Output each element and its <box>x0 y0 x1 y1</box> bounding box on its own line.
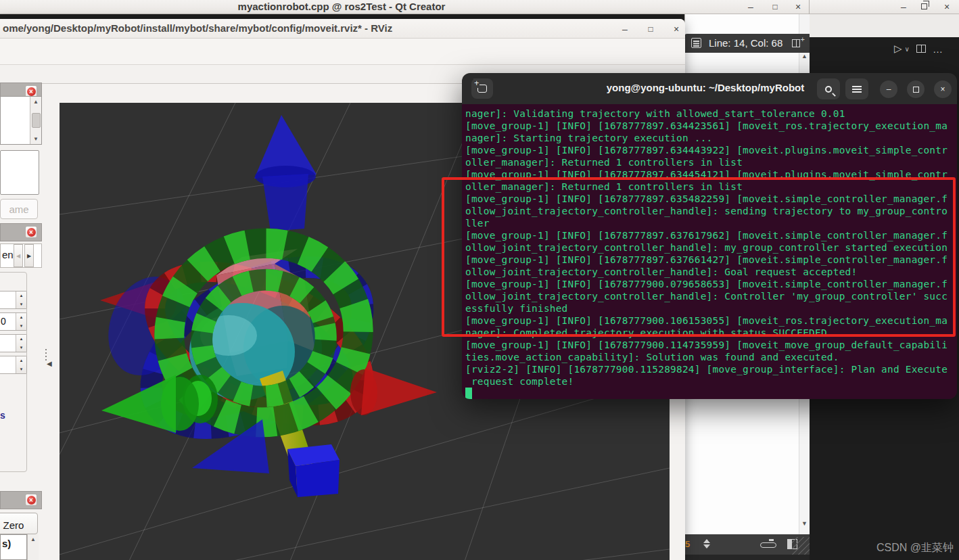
terminal-log-line: ller <box>465 217 957 229</box>
rename-button[interactable]: ame <box>0 199 38 219</box>
motion-planning-tabs[interactable]: ene ◀ ▶ <box>0 243 42 268</box>
maximize-icon[interactable]: □ <box>767 0 783 14</box>
tab-scroll-right[interactable]: ▶ <box>24 244 34 267</box>
search-button[interactable] <box>817 78 840 99</box>
close-icon[interactable]: × <box>939 0 955 14</box>
run-icon[interactable]: ▷ <box>894 43 902 55</box>
terminal-log-line: [move_group-1] [INFO] [1678777900.106153… <box>465 314 957 327</box>
close-icon: × <box>27 87 36 96</box>
scrollbar-up-icon[interactable]: ▲ <box>33 97 39 107</box>
tab-scroll-left[interactable]: ◀ <box>14 244 23 267</box>
window-seam <box>809 0 810 14</box>
spin-down-icon[interactable]: ▼ <box>20 367 24 371</box>
terminal-headerbar[interactable]: yong@yong-ubuntu: ~/Desktop/myRobot – × <box>462 73 957 104</box>
bottom-list[interactable]: s) <box>0 534 27 560</box>
scrollbar-thumb[interactable] <box>32 113 41 128</box>
terminal-log-line: ollow_joint_trajectory_controller_handle… <box>465 205 957 217</box>
spin-down-icon[interactable]: ▼ <box>20 324 24 328</box>
split-editor-icon[interactable] <box>916 45 926 53</box>
terminal-log-line: [move_group-1] [INFO] [1678777900.114735… <box>465 339 957 351</box>
marker-blue-arrow-top[interactable] <box>254 115 317 231</box>
slider-icon[interactable] <box>760 542 776 548</box>
terminal-log-line: ollow_joint_trajectory_controller_handle… <box>465 290 957 302</box>
spin-up-icon[interactable]: ▲ <box>20 294 24 298</box>
terminal-log-line: request complete! <box>465 375 957 388</box>
terminal-log-line: [rviz2-2] [INFO] [1678777900.115289824] … <box>465 363 957 375</box>
bottom-list-scrollbar[interactable]: ▲ <box>27 534 39 560</box>
close-icon: × <box>27 228 36 237</box>
terminal-maximize-button[interactable] <box>907 80 925 98</box>
desktop: ▷ ∨ … CSDN @韭菜钟 ▲ ▼ myactionrobot.cpp @ … <box>0 0 959 560</box>
search-icon <box>825 86 832 93</box>
spin-down-icon[interactable]: ▼ <box>20 302 24 306</box>
robot-base-cube <box>287 444 340 497</box>
editor-action-toolbar: ▷ ∨ … <box>894 41 956 57</box>
spin-down-icon[interactable]: ▼ <box>20 346 24 350</box>
sort-updown-icon[interactable] <box>703 539 710 549</box>
spinbox-2[interactable]: 0 ▲▼ <box>0 312 27 331</box>
editor-statusbar: 5 <box>684 534 810 555</box>
split-add-icon[interactable] <box>792 39 800 47</box>
spin-up-icon[interactable]: ▲ <box>20 358 24 363</box>
terminal-log-line: [move_group-1] [INFO] [1678777897.635482… <box>465 193 957 205</box>
spinbox-1[interactable]: ▲▼ <box>0 291 27 309</box>
more-actions-icon[interactable]: … <box>933 43 943 55</box>
terminal-title: yong@yong-ubuntu: ~/Desktop/myRobot <box>607 82 805 93</box>
minimize-icon[interactable]: – <box>617 22 633 36</box>
spinbox-4[interactable]: ▲▼ <box>0 356 27 374</box>
status-line-number: 5 <box>685 539 690 549</box>
resize-grip[interactable] <box>792 537 810 555</box>
spin-up-icon[interactable]: ▲ <box>20 337 24 341</box>
terminal-log-line: [move_group-1] [INFO] [1678777900.079658… <box>465 278 957 290</box>
rviz-titlebar[interactable]: ome/yong/Desktop/myRobot/install/mybot/s… <box>0 19 685 39</box>
terminal-close-button[interactable]: × <box>934 80 952 98</box>
spin-up-icon[interactable]: ▲ <box>20 315 24 319</box>
close-icon: × <box>940 85 945 94</box>
panel-close-button[interactable]: × <box>25 226 37 238</box>
panel-collapse-handle[interactable]: ◀ <box>43 349 55 379</box>
minimize-icon[interactable]: – <box>895 0 912 14</box>
rviz-menubar <box>0 39 685 65</box>
terminal-output[interactable]: nager]: Validating trajectory with allow… <box>462 104 957 399</box>
motion-planning-panel-header[interactable]: × <box>0 223 42 241</box>
terminal-log-line: ollow_joint_trajectory_controller_handle… <box>465 266 957 278</box>
maximize-icon <box>913 87 919 93</box>
terminal-log-line: [move_group-1] [INFO] [1678777897.634423… <box>465 120 957 132</box>
joints-label-partial: s <box>0 410 5 421</box>
zero-button[interactable]: Zero <box>0 513 38 534</box>
new-tab-button[interactable] <box>471 78 493 99</box>
scrollbar-down-icon[interactable]: ▼ <box>33 134 39 144</box>
marker-red-arrow-right[interactable] <box>350 368 437 415</box>
terminal-minimize-button[interactable]: – <box>880 80 897 98</box>
close-icon[interactable]: × <box>790 0 806 14</box>
terminal-log-line: [move_group-1] [INFO] [1678777897.634443… <box>465 144 957 156</box>
terminal-cursor <box>465 388 472 399</box>
terminal-log-line: oller_manager]: Returned 1 controllers i… <box>465 181 957 193</box>
menu-button[interactable] <box>845 78 868 99</box>
close-icon: × <box>27 496 36 505</box>
terminal-window: yong@yong-ubuntu: ~/Desktop/myRobot – × … <box>462 73 957 399</box>
scrollbar-up-icon[interactable]: ▲ <box>30 534 36 544</box>
document-icon <box>691 38 701 48</box>
minimize-icon[interactable]: – <box>743 0 759 14</box>
close-icon[interactable]: × <box>668 22 684 36</box>
restore-icon[interactable] <box>921 3 927 9</box>
chevron-down-icon[interactable]: ∨ <box>905 45 910 53</box>
terminal-log-line: [move_group-1] [INFO] [1678777897.637617… <box>465 229 957 241</box>
qtcreator-titlebar: myactionrobot.cpp @ ros2Test - Qt Creato… <box>0 0 959 14</box>
maximize-icon[interactable]: □ <box>642 22 659 36</box>
terminal-log-line: [move_group-1] [INFO] [1678777897.637661… <box>465 254 957 266</box>
spinbox-3[interactable]: ▲▼ <box>0 334 27 352</box>
qtcreator-window-title: myactionrobot.cpp @ ros2Test - Qt Creato… <box>238 1 446 12</box>
scrollbar-down-icon[interactable]: ▼ <box>801 520 808 527</box>
bottom-panel-header[interactable]: × <box>0 491 42 509</box>
line-col-indicator: Line: 14, Col: 68 <box>709 37 782 49</box>
scrollbar-up-icon[interactable]: ▲ <box>801 53 808 60</box>
statusbar-under-strip <box>684 555 810 560</box>
panel-close-button[interactable]: × <box>25 494 37 506</box>
terminal-log-line: ties.move_action_capability]: Solution w… <box>465 351 957 363</box>
terminal-log-line: nager]: Starting trajectory execution ..… <box>465 132 957 144</box>
displays-scrollbar[interactable]: ▲ ▼ <box>30 97 41 144</box>
terminal-log-line: nager]: Validating trajectory with allow… <box>465 108 957 120</box>
hamburger-icon <box>852 86 862 93</box>
